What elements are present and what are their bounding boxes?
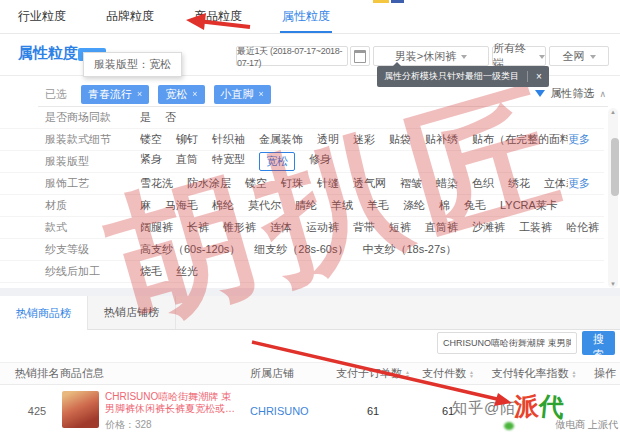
selected-tag[interactable]: 青春流行×: [81, 85, 149, 104]
attribute-value[interactable]: 金属装饰: [259, 132, 303, 147]
selected-tag[interactable]: 宽松×: [158, 85, 204, 104]
column-label: 操作: [594, 366, 616, 381]
more-link[interactable]: 更多: [568, 176, 590, 191]
nav-tab[interactable]: 行业粒度: [18, 0, 66, 33]
category-dropdown[interactable]: 男装>休闲裤: [373, 46, 489, 66]
close-icon[interactable]: ×: [527, 71, 542, 82]
column-header[interactable]: 支付转化率指数▲▼: [478, 366, 590, 381]
attribute-value[interactable]: 镂空: [245, 176, 267, 191]
attribute-value[interactable]: 运动裤: [306, 220, 339, 235]
column-header[interactable]: 支付子订单数▲▼: [328, 366, 418, 381]
attribute-value[interactable]: 雪花洗: [140, 176, 173, 191]
attribute-value[interactable]: 贴补绣: [425, 132, 458, 147]
attribute-value[interactable]: 高支纱（60s-120s）: [140, 242, 240, 257]
attribute-value[interactable]: 直筒: [176, 152, 198, 171]
attribute-value[interactable]: 针织袖: [212, 132, 245, 147]
attribute-value[interactable]: 紧身: [140, 152, 162, 171]
attribute-filter-toggle[interactable]: 属性筛选 ∧: [535, 85, 606, 102]
search-button[interactable]: 搜索: [582, 331, 615, 355]
attribute-value[interactable]: 阔腿裤: [140, 220, 173, 235]
vertical-scrollbar[interactable]: ▲ ▼: [608, 108, 618, 288]
attribute-value[interactable]: 马海毛: [165, 198, 198, 213]
attribute-value[interactable]: 棉纶: [212, 198, 234, 213]
attribute-value[interactable]: 沙滩裤: [472, 220, 505, 235]
attribute-value[interactable]: 莫代尔: [248, 198, 281, 213]
attribute-value[interactable]: 丝光: [176, 264, 198, 279]
attribute-value[interactable]: 烧毛: [140, 264, 162, 279]
attribute-value[interactable]: 是: [140, 110, 151, 125]
attribute-value[interactable]: 迷彩: [353, 132, 375, 147]
selected-tag[interactable]: 小直脚×: [214, 85, 271, 104]
attribute-value[interactable]: 修身: [309, 152, 331, 171]
sort-icon[interactable]: ▲▼: [405, 370, 410, 378]
attribute-value[interactable]: 羊绒: [331, 198, 353, 213]
attribute-value[interactable]: 色织: [472, 176, 494, 191]
attribute-value[interactable]: 透明: [317, 132, 339, 147]
chevron-up-icon: ∧: [599, 89, 606, 99]
scroll-down-icon[interactable]: ▼: [608, 281, 618, 287]
attribute-value[interactable]: 短裤: [389, 220, 411, 235]
attribute-value[interactable]: 羊毛: [367, 198, 389, 213]
attribute-value[interactable]: LYCRA莱卡: [500, 198, 558, 213]
attribute-value[interactable]: 棉: [439, 198, 450, 213]
scope-dropdown[interactable]: 全网: [549, 46, 609, 66]
terminal-dropdown[interactable]: 所有终端: [492, 46, 546, 66]
attribute-value[interactable]: 贴袋: [389, 132, 411, 147]
attribute-value[interactable]: 细支纱（28s-60s）: [254, 242, 348, 257]
attribute-value[interactable]: 涤纶: [403, 198, 425, 213]
attribute-value[interactable]: 蜡染: [436, 176, 458, 191]
nav-tab[interactable]: 产品粒度: [194, 0, 242, 33]
shop-link[interactable]: CHRISUNO: [240, 405, 328, 417]
attribute-value[interactable]: 长裤: [187, 220, 209, 235]
remove-tag-icon[interactable]: ×: [137, 89, 142, 99]
attribute-value[interactable]: 铆钉: [176, 132, 198, 147]
calendar-button[interactable]: [350, 46, 370, 66]
sort-icon[interactable]: ▲▼: [469, 370, 474, 378]
product-title[interactable]: CHRISUNO嘻哈街舞潮牌 束男脚裤休闲裤长裤夏宽松或薄两款运动裤: [105, 391, 237, 415]
column-header[interactable]: 支付件数▲▼: [418, 366, 478, 381]
attribute-row: 纱支等级高支纱（60s-120s）细支纱（28s-60s）中支纱（18s-27s…: [0, 239, 604, 261]
attribute-value[interactable]: 透气网: [353, 176, 386, 191]
nav-tab[interactable]: 属性粒度: [282, 0, 330, 33]
attribute-value[interactable]: 腈纶: [295, 198, 317, 213]
bottom-tab[interactable]: 热销商品榜: [0, 296, 88, 330]
nav-tab[interactable]: 品牌粒度: [106, 0, 154, 33]
attribute-value[interactable]: 背带: [353, 220, 375, 235]
more-link[interactable]: 更多: [568, 132, 590, 147]
attribute-value[interactable]: 贴布（在完整的面料上贴）: [472, 132, 568, 147]
bottom-tab[interactable]: 热销店铺榜: [88, 296, 176, 329]
attribute-value[interactable]: 锥形裤: [223, 220, 256, 235]
attribute-value[interactable]: 钉珠: [281, 176, 303, 191]
scroll-up-icon[interactable]: ▲: [608, 109, 618, 115]
attribute-value[interactable]: 哈伦裤: [566, 220, 599, 235]
attribute-value[interactable]: 否: [165, 110, 176, 125]
attribute-value[interactable]: 宽松: [259, 152, 295, 171]
scrollbar-thumb[interactable]: [611, 138, 619, 196]
search-input[interactable]: [437, 332, 577, 354]
remove-tag-icon[interactable]: ×: [259, 89, 264, 99]
attribute-value[interactable]: 中支纱（18s-27s）: [362, 242, 456, 257]
attribute-value[interactable]: 工装裤: [519, 220, 552, 235]
attribute-label: 纱支等级: [0, 242, 140, 257]
attribute-value[interactable]: 立体裁剪: [544, 176, 568, 191]
attribute-value[interactable]: 针缝: [317, 176, 339, 191]
attribute-value[interactable]: 直筒裤: [425, 220, 458, 235]
attribute-value[interactable]: 防水涂层: [187, 176, 231, 191]
attribute-value[interactable]: 特宽型: [212, 152, 245, 171]
attribute-value[interactable]: 兔毛: [464, 198, 486, 213]
attribute-value[interactable]: 镂空: [140, 132, 162, 147]
column-header: 商品信息: [60, 366, 240, 381]
remove-tag-icon[interactable]: ×: [192, 89, 197, 99]
attribute-value[interactable]: 麻: [140, 198, 151, 213]
attribute-label: 服装版型: [0, 154, 140, 169]
screen-artifact: [373, 0, 389, 3]
attribute-row: 款式阔腿裤长裤锥形裤连体运动裤背带短裤直筒裤沙滩裤工装裤哈伦裤: [0, 217, 604, 239]
date-range-picker[interactable]: 最近1天 (2018-07-17~2018-07-17): [236, 46, 348, 66]
attribute-value[interactable]: 褶皱: [400, 176, 422, 191]
sort-icon[interactable]: ▲▼: [572, 370, 577, 378]
attribute-values: 高支纱（60s-120s）细支纱（28s-60s）中支纱（18s-27s）: [140, 242, 457, 257]
attribute-value[interactable]: 绣花: [508, 176, 530, 191]
table-header: 热销排名商品信息所属店铺支付子订单数▲▼支付件数▲▼支付转化率指数▲▼操作: [0, 362, 620, 385]
product-thumbnail[interactable]: [62, 391, 99, 428]
attribute-value[interactable]: 连体: [270, 220, 292, 235]
